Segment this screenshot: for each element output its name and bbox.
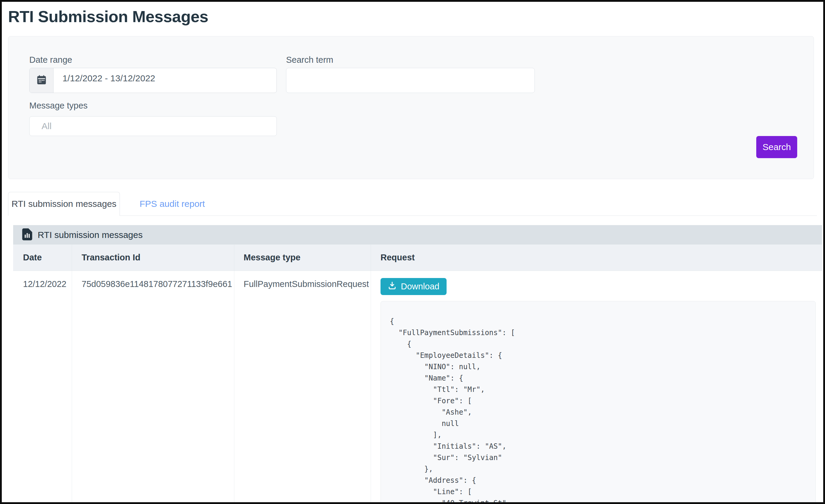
date-range-input[interactable] bbox=[54, 68, 277, 93]
card-header: RTI submission messages bbox=[13, 225, 822, 244]
download-icon bbox=[388, 281, 397, 292]
cell-message-type: FullPaymentSubmissionRequest bbox=[234, 271, 371, 504]
calendar-icon bbox=[36, 74, 47, 86]
column-header-date: Date bbox=[13, 244, 72, 271]
message-types-input[interactable] bbox=[29, 116, 277, 136]
request-json-block: { "FullPaymentSubmissions": [ { "Employe… bbox=[380, 301, 816, 504]
date-range-calendar-addon[interactable] bbox=[29, 68, 54, 93]
file-chart-icon bbox=[22, 228, 32, 241]
rti-submission-messages-page: RTI Submission Messages Date range bbox=[0, 0, 825, 504]
message-types-label: Message types bbox=[29, 101, 88, 111]
card-header-title: RTI submission messages bbox=[38, 230, 143, 240]
cell-request: Download { "FullPaymentSubmissions": [ {… bbox=[371, 271, 822, 504]
tab-rti-submission-messages[interactable]: RTI submission messages bbox=[8, 192, 120, 216]
cell-date: 12/12/2022 bbox=[13, 271, 72, 504]
cell-transaction-id: 75d059836e1148178077271133f9e661 bbox=[72, 271, 234, 504]
tab-fps-audit-report[interactable]: FPS audit report bbox=[120, 192, 224, 216]
download-button[interactable]: Download bbox=[380, 278, 447, 295]
download-button-label: Download bbox=[401, 282, 439, 291]
page-title: RTI Submission Messages bbox=[8, 7, 208, 26]
rti-messages-table: Date Transaction Id Message type Request… bbox=[13, 244, 822, 504]
rti-messages-card: RTI submission messages Date Transaction… bbox=[13, 225, 822, 504]
date-range-label: Date range bbox=[29, 55, 72, 65]
search-term-label: Search term bbox=[286, 55, 333, 65]
search-button[interactable]: Search bbox=[756, 136, 797, 158]
request-json-text: { "FullPaymentSubmissions": [ { "Employe… bbox=[381, 301, 815, 504]
tab-bar: RTI submission messages FPS audit report bbox=[8, 192, 817, 216]
search-term-input[interactable] bbox=[286, 68, 535, 93]
filter-panel: Date range Search t bbox=[8, 36, 814, 179]
date-range-input-group bbox=[29, 68, 277, 93]
column-header-message-type: Message type bbox=[234, 244, 371, 271]
column-header-request: Request bbox=[371, 244, 822, 271]
column-header-transaction-id: Transaction Id bbox=[72, 244, 234, 271]
